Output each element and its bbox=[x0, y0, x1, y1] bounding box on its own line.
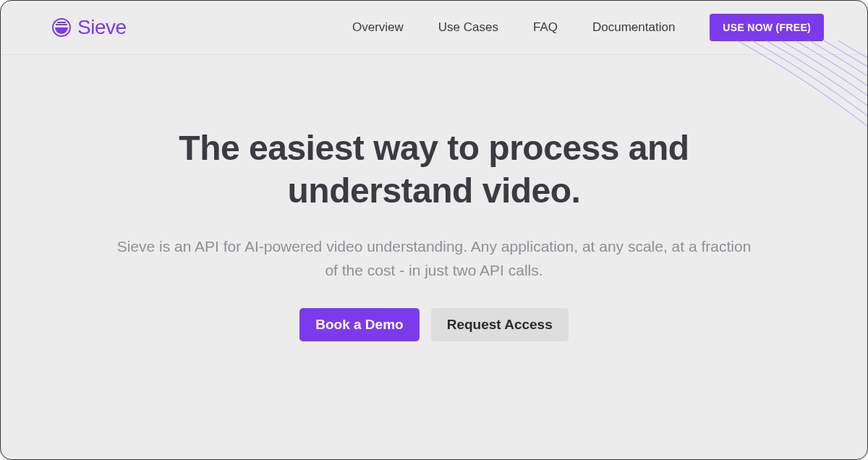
hero-section: The easiest way to process and understan… bbox=[1, 55, 867, 341]
header: Sieve Overview Use Cases FAQ Documentati… bbox=[1, 1, 867, 55]
use-now-button[interactable]: USE NOW (FREE) bbox=[710, 14, 824, 41]
book-demo-button[interactable]: Book a Demo bbox=[299, 308, 419, 341]
logo-text: Sieve bbox=[77, 16, 127, 39]
main-nav: Overview Use Cases FAQ Documentation USE… bbox=[352, 14, 824, 41]
nav-overview[interactable]: Overview bbox=[352, 20, 404, 35]
nav-documentation[interactable]: Documentation bbox=[592, 20, 675, 35]
sieve-logo-icon bbox=[51, 17, 72, 38]
nav-faq[interactable]: FAQ bbox=[533, 20, 558, 35]
logo[interactable]: Sieve bbox=[51, 16, 127, 39]
nav-use-cases[interactable]: Use Cases bbox=[438, 20, 498, 35]
hero-subtitle: Sieve is an API for AI-powered video und… bbox=[116, 235, 752, 282]
page-container: Sieve Overview Use Cases FAQ Documentati… bbox=[0, 0, 868, 460]
hero-buttons: Book a Demo Request Access bbox=[59, 308, 809, 341]
hero-title: The easiest way to process and understan… bbox=[137, 127, 731, 212]
request-access-button[interactable]: Request Access bbox=[431, 308, 569, 341]
